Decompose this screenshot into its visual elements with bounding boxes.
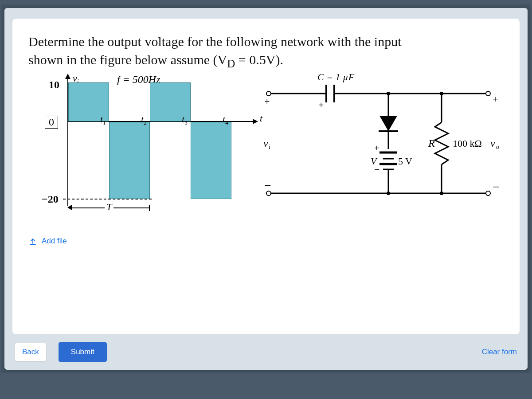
submit-button[interactable]: Submit [59,342,107,362]
resistor-icon [435,122,448,164]
circuit-figure: C = 1 µF + [255,74,504,220]
neg20-dash [63,199,152,200]
vo-sub: o [496,144,499,150]
tick-t4: t4 [223,113,228,126]
figure-row: vi f = 500Hz 10 0 −20 t [28,74,504,224]
question-line-1: Determine the output voltage for the fol… [28,34,401,49]
period-label: T [105,201,113,213]
page-card: Determine the output voltage for the fol… [4,8,528,370]
vo-plus: + [493,94,498,105]
capacitor-label: C = 1 µF [317,71,354,83]
svg-point-14 [387,192,390,195]
screen-frame: Determine the output voltage for the fol… [1,4,531,373]
vo-minus: − [493,180,500,194]
tick-t2: t2 [141,113,147,126]
svg-point-18 [440,192,443,195]
back-button[interactable]: Back [15,343,46,361]
diode-icon [379,116,397,131]
R-letter: R [428,137,435,149]
question-line-2a: shown in the figure below assume (V [28,52,227,67]
vi-minus: − [264,179,271,192]
cap-plus: + [318,99,324,110]
question-card: Determine the output voltage for the fol… [12,19,520,334]
node-in-top [266,91,271,96]
node-out-top [486,91,490,96]
question-line-2b: = 0.5V). [235,52,283,67]
circuit-svg: + + v i − [255,74,504,220]
clear-form-button[interactable]: Clear form [482,348,517,356]
y-tick-neg20: −20 [42,193,59,205]
y-tick-10: 10 [49,79,59,91]
vo-label: v [490,137,495,149]
period-arrow-right [149,205,150,211]
upload-icon [28,237,37,246]
vi-plus: + [264,96,270,107]
wave-bar-2 [109,122,150,199]
footer-left: Back Submit [15,342,107,362]
vi-label: v [263,137,268,149]
vd-sub: D [227,58,235,70]
vi-sub: i [269,144,270,150]
y-tick-0: 0 [45,116,58,129]
R-val: 100 kΩ [453,138,482,149]
V-val: 5 V [398,156,412,167]
waveform-figure: vi f = 500Hz 10 0 −20 t [28,74,251,224]
waveform-plot: 10 0 −20 t t1 [65,79,255,212]
tick-t3: t3 [182,113,188,126]
tick-t1: t1 [100,113,106,126]
diode-plus: + [374,143,379,153]
wave-bar-4 [191,122,231,199]
form-footer: Back Submit Clear form [12,334,520,362]
node-out-bot [486,191,490,196]
question-text: Determine the output voltage for the fol… [28,33,504,71]
add-file-button[interactable]: Add file [28,237,67,246]
add-file-label: Add file [42,237,67,246]
